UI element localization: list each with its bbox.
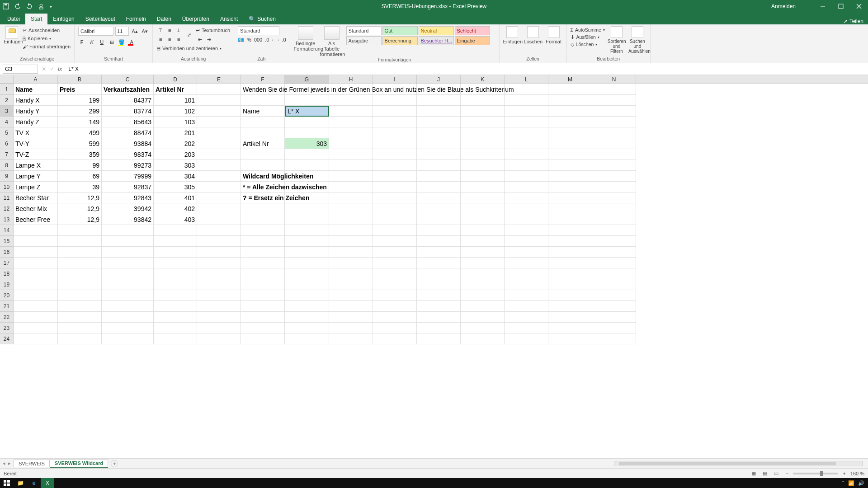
cell-G7[interactable]	[285, 149, 329, 160]
cell-K2[interactable]	[461, 95, 505, 106]
cell-K16[interactable]	[461, 247, 505, 258]
cell-N8[interactable]	[592, 160, 636, 171]
cell-A22[interactable]	[14, 312, 58, 323]
cell-B10[interactable]: 39	[58, 182, 102, 192]
cell-B5[interactable]: 499	[58, 127, 102, 138]
cell-I6[interactable]	[373, 138, 417, 149]
cell-D15[interactable]	[154, 236, 197, 247]
cell-F13[interactable]	[241, 214, 285, 225]
cell-G9[interactable]	[285, 171, 329, 182]
cell-N23[interactable]	[592, 323, 636, 333]
cell-H24[interactable]	[329, 333, 373, 344]
cell-N18[interactable]	[592, 268, 636, 279]
cell-E11[interactable]	[197, 192, 241, 203]
cell-H15[interactable]	[329, 236, 373, 247]
cell-I1[interactable]	[373, 84, 417, 95]
cell-B4[interactable]: 149	[58, 117, 102, 127]
tray-network-icon[interactable]: 📶	[848, 480, 854, 486]
cell-L6[interactable]	[505, 138, 548, 149]
cell-K4[interactable]	[461, 117, 505, 127]
cell-E16[interactable]	[197, 247, 241, 258]
cell-C7[interactable]: 98374	[102, 149, 154, 160]
cell-G5[interactable]	[285, 127, 329, 138]
cell-I21[interactable]	[373, 301, 417, 312]
style-standard[interactable]: Standard	[346, 26, 382, 35]
cell-M10[interactable]	[548, 182, 592, 192]
normal-view-button[interactable]: ▦	[749, 470, 759, 476]
cell-A3[interactable]: Handy Y	[14, 106, 58, 117]
cell-B18[interactable]	[58, 268, 102, 279]
select-all-corner[interactable]	[0, 75, 14, 84]
decrease-font-button[interactable]: A▾	[141, 27, 149, 35]
align-left-button[interactable]: ≡	[156, 35, 165, 43]
redo-icon[interactable]	[26, 3, 33, 9]
style-besuchter[interactable]: Besuchter H...	[419, 36, 454, 45]
cell-A5[interactable]: TV X	[14, 127, 58, 138]
file-explorer-button[interactable]: 📁	[14, 478, 27, 488]
cell-F6[interactable]: Artikel Nr	[241, 138, 285, 149]
cell-E2[interactable]	[197, 95, 241, 106]
cell-E17[interactable]	[197, 258, 241, 268]
minimize-button[interactable]	[814, 0, 832, 13]
cell-N22[interactable]	[592, 312, 636, 323]
delete-cells-button[interactable]: Löschen	[524, 26, 542, 56]
cell-N9[interactable]	[592, 171, 636, 182]
cell-L4[interactable]	[505, 117, 548, 127]
cell-H2[interactable]	[329, 95, 373, 106]
column-header-G[interactable]: G	[285, 75, 329, 84]
column-header-J[interactable]: J	[417, 75, 461, 84]
row-header-6[interactable]: 6	[0, 138, 14, 149]
cell-B14[interactable]	[58, 225, 102, 236]
cell-E18[interactable]	[197, 268, 241, 279]
cell-L13[interactable]	[505, 214, 548, 225]
cell-I7[interactable]	[373, 149, 417, 160]
cell-N1[interactable]	[592, 84, 636, 95]
cell-K20[interactable]	[461, 290, 505, 301]
cell-G14[interactable]	[285, 225, 329, 236]
cell-L17[interactable]	[505, 258, 548, 268]
cell-D10[interactable]: 305	[154, 182, 197, 192]
cell-C24[interactable]	[102, 333, 154, 344]
cell-E12[interactable]	[197, 203, 241, 214]
italic-button[interactable]: K	[88, 39, 95, 45]
cell-D24[interactable]	[154, 333, 197, 344]
cell-N16[interactable]	[592, 247, 636, 258]
cell-M9[interactable]	[548, 171, 592, 182]
find-select-button[interactable]: Suchen und Auswählen	[628, 26, 646, 56]
row-header-9[interactable]: 9	[0, 171, 14, 182]
cell-N24[interactable]	[592, 333, 636, 344]
cell-L23[interactable]	[505, 323, 548, 333]
cell-A17[interactable]	[14, 258, 58, 268]
column-header-H[interactable]: H	[329, 75, 373, 84]
cell-N20[interactable]	[592, 290, 636, 301]
cell-A24[interactable]	[14, 333, 58, 344]
cell-A1[interactable]: Name	[14, 84, 58, 95]
tray-volume-icon[interactable]: 🔊	[858, 480, 864, 486]
cell-G4[interactable]	[285, 117, 329, 127]
cell-H3[interactable]	[329, 106, 373, 117]
save-icon[interactable]	[3, 3, 9, 9]
cell-C2[interactable]: 84377	[102, 95, 154, 106]
row-header-22[interactable]: 22	[0, 312, 14, 323]
cell-E9[interactable]	[197, 171, 241, 182]
cell-J23[interactable]	[417, 323, 461, 333]
cell-E10[interactable]	[197, 182, 241, 192]
cell-J9[interactable]	[417, 171, 461, 182]
tab-seitenlayout[interactable]: Seitenlayout	[80, 14, 121, 24]
cell-C16[interactable]	[102, 247, 154, 258]
style-eingabe[interactable]: Eingabe	[455, 36, 490, 45]
cell-D11[interactable]: 401	[154, 192, 197, 203]
row-header-10[interactable]: 10	[0, 182, 14, 192]
cell-C20[interactable]	[102, 290, 154, 301]
cell-A2[interactable]: Handy X	[14, 95, 58, 106]
autosum-button[interactable]: ΣAutoSumme▾	[571, 26, 605, 33]
row-header-12[interactable]: 12	[0, 203, 14, 214]
cell-M12[interactable]	[548, 203, 592, 214]
font-color-button[interactable]: A	[128, 39, 135, 45]
cell-G22[interactable]	[285, 312, 329, 323]
cell-I24[interactable]	[373, 333, 417, 344]
cell-G13[interactable]	[285, 214, 329, 225]
merge-center-button[interactable]: ⊟Verbinden und zentrieren▾	[156, 44, 230, 52]
row-header-21[interactable]: 21	[0, 301, 14, 312]
cell-A15[interactable]	[14, 236, 58, 247]
